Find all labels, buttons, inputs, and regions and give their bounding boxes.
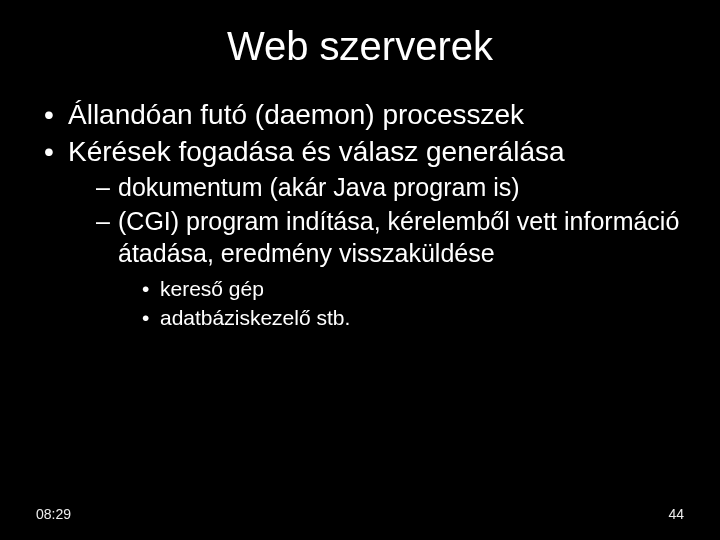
list-item: kereső gép	[142, 275, 690, 302]
slide-footer: 08:29 44	[0, 506, 720, 522]
list-item: Kérések fogadása és válasz generálása do…	[40, 134, 690, 332]
bullet-list-level1: Állandóan futó (daemon) processzek Kérés…	[30, 97, 690, 332]
list-item: adatbáziskezelő stb.	[142, 304, 690, 331]
slide: Web szerverek Állandóan futó (daemon) pr…	[0, 0, 720, 540]
bullet-text: Kérések fogadása és válasz generálása	[68, 136, 565, 167]
list-item: Állandóan futó (daemon) processzek	[40, 97, 690, 132]
bullet-text: Állandóan futó (daemon) processzek	[68, 99, 524, 130]
bullet-text: kereső gép	[160, 277, 264, 300]
footer-page-number: 44	[668, 506, 684, 522]
list-item: (CGI) program indítása, kérelemből vett …	[96, 205, 690, 332]
bullet-text: (CGI) program indítása, kérelemből vett …	[118, 207, 679, 267]
footer-time: 08:29	[36, 506, 71, 522]
bullet-list-level2: dokumentum (akár Java program is) (CGI) …	[68, 171, 690, 332]
slide-title: Web szerverek	[30, 24, 690, 69]
bullet-text: dokumentum (akár Java program is)	[118, 173, 520, 201]
list-item: dokumentum (akár Java program is)	[96, 171, 690, 203]
bullet-list-level3: kereső gép adatbáziskezelő stb.	[118, 275, 690, 332]
bullet-text: adatbáziskezelő stb.	[160, 306, 350, 329]
